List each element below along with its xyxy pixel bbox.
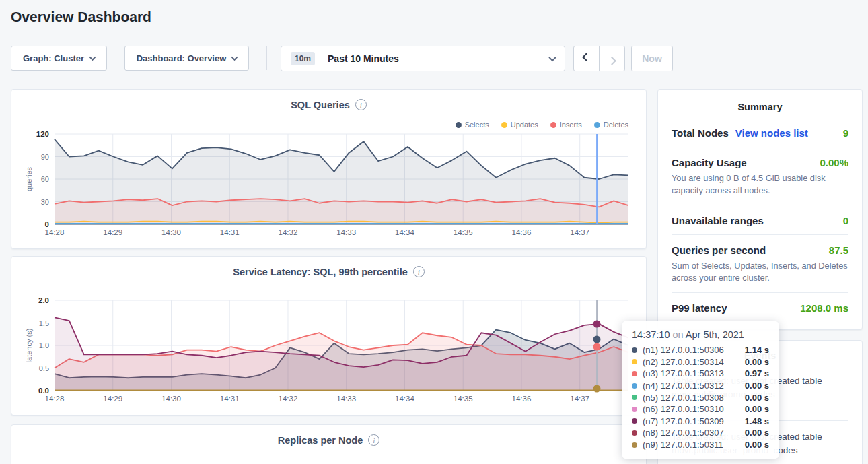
tooltip-node-address: (n6) 127.0.0.1:50310 [643, 404, 739, 414]
summary-row: Queries per second87.5 [672, 244, 848, 256]
legend-item-inserts[interactable]: Inserts [550, 121, 582, 129]
chart-plot-area[interactable]: 0306090120queries14:2814:2914:3014:3114:… [55, 134, 628, 225]
y-axis-tick: 0.5 [39, 364, 49, 372]
tooltip-node-value: 1.48 s [745, 416, 769, 426]
tooltip-node-row: (n9) 127.0.0.1:503110.00 s [632, 439, 769, 451]
summary-panel: Summary Total NodesView nodes list9Capac… [657, 89, 863, 330]
toolbar-divider [266, 46, 267, 70]
graph-selector-label: Graph: Cluster [23, 53, 84, 63]
tooltip-node-address: (n1) 127.0.0.1:50306 [643, 345, 739, 355]
chart-canvas[interactable] [55, 300, 628, 391]
series-color-dot [632, 418, 637, 424]
tooltip-node-address: (n4) 127.0.0.1:50312 [643, 380, 739, 391]
x-axis-tick: 14:30 [161, 228, 181, 236]
tooltip-node-address: (n8) 127.0.0.1:50307 [643, 428, 739, 438]
x-axis-tick: 14:29 [103, 395, 122, 403]
info-icon[interactable]: i [368, 434, 379, 446]
x-axis-tick: 14:32 [279, 228, 298, 236]
dashboard-selector-label: Dashboard: Overview [137, 53, 227, 63]
chart-title: Replicas per Node [278, 435, 363, 446]
crosshair-value-dot [593, 335, 601, 343]
summary-row-description: You are using 0 B of 4.5 GiB usable disk… [672, 172, 848, 197]
summary-row: Total NodesView nodes list9 [672, 127, 848, 139]
chevron-down-icon [231, 54, 238, 61]
x-axis-tick: 14:33 [336, 395, 356, 403]
tooltip-node-value: 1.14 s [745, 345, 769, 355]
series-color-dot [632, 407, 637, 412]
summary-row-value: 0 [843, 215, 848, 226]
tooltip-node-address: (n2) 127.0.0.1:50314 [643, 357, 739, 367]
replicas-per-node-chart-card: Replicas per Node i [11, 424, 647, 464]
y-axis-tick: 0 [45, 220, 49, 228]
x-axis-tick: 14:28 [45, 228, 65, 236]
legend-label: Selects [465, 121, 489, 129]
y-axis-label: queries [25, 167, 33, 191]
tooltip-node-value: 0.00 s [745, 380, 769, 391]
tooltip-node-row: (n7) 127.0.0.1:503091.48 s [632, 416, 769, 428]
x-axis-tick: 14:34 [395, 228, 414, 236]
tooltip-node-address: (n5) 127.0.0.1:50308 [643, 393, 739, 403]
tooltip-node-row: (n6) 127.0.0.1:503100.00 s [632, 403, 769, 416]
x-axis-tick: 14:33 [336, 228, 356, 236]
graph-selector-dropdown[interactable]: Graph: Cluster [11, 46, 107, 71]
chart-canvas[interactable] [55, 134, 628, 224]
time-shift-prev-button[interactable] [573, 46, 600, 71]
y-axis-tick: 2.0 [38, 296, 49, 304]
tooltip-node-row: (n1) 127.0.0.1:503061.14 s [632, 344, 769, 356]
tooltip-node-row: (n4) 127.0.0.1:503120.00 s [632, 380, 769, 392]
time-range-dropdown[interactable]: 10m Past 10 Minutes [281, 46, 565, 71]
tooltip-node-value: 0.00 s [745, 440, 769, 450]
crosshair-value-dot [593, 320, 601, 327]
summary-rows: Total NodesView nodes list9Capacity Usag… [658, 118, 862, 322]
now-button[interactable]: Now [631, 46, 673, 71]
y-axis-tick: 30 [41, 198, 49, 206]
series-color-dot [632, 395, 637, 400]
legend-label: Deletes [604, 121, 628, 129]
chart-plot-area[interactable]: 0.00.51.01.52.0latency (s)14:2814:2914:3… [55, 300, 628, 391]
sql-queries-chart-card: SQL Queries i SelectsUpdatesInsertsDelet… [11, 89, 647, 249]
info-icon[interactable]: i [355, 99, 367, 110]
x-axis-tick: 14:31 [220, 395, 240, 403]
x-axis-tick: 14:35 [454, 228, 473, 236]
legend-item-updates[interactable]: Updates [501, 121, 538, 129]
service-latency-chart-card: Service Latency: SQL, 99th percentile i … [11, 256, 647, 416]
chart-title: SQL Queries [291, 100, 350, 110]
summary-row-label: Total Nodes [672, 127, 729, 139]
legend-color-dot [456, 122, 462, 128]
info-icon[interactable]: i [413, 266, 425, 277]
summary-row: Unavailable ranges0 [672, 215, 848, 226]
dashboard-selector-dropdown[interactable]: Dashboard: Overview [124, 46, 249, 71]
legend-item-deletes[interactable]: Deletes [594, 121, 628, 129]
chevron-down-icon [548, 54, 556, 61]
chevron-left-icon [582, 53, 591, 61]
tooltip-node-address: (n7) 127.0.0.1:50309 [643, 416, 739, 426]
summary-section: Queries per second87.5Sum of Selects, Up… [672, 235, 848, 293]
summary-row-label: Capacity Usage [672, 157, 747, 168]
tooltip-node-row: (n8) 127.0.0.1:503070.00 s [632, 427, 769, 439]
chart-hover-tooltip: 14:37:10 on Apr 5th, 2021 (n1) 127.0.0.1… [622, 321, 779, 459]
legend-item-selects[interactable]: Selects [456, 121, 489, 129]
legend-color-dot [594, 122, 600, 128]
tooltip-node-row: (n5) 127.0.0.1:503080.00 s [632, 391, 769, 403]
series-color-dot [632, 383, 637, 389]
series-color-dot [632, 359, 637, 364]
time-range-label: Past 10 Minutes [328, 53, 399, 64]
summary-row: Capacity Usage0.00% [672, 157, 848, 168]
summary-section: Capacity Usage0.00%You are using 0 B of … [672, 147, 848, 205]
summary-row-label: Queries per second [672, 244, 766, 256]
y-axis-tick: 120 [36, 130, 49, 138]
x-axis-tick: 14:35 [454, 395, 473, 403]
tooltip-node-value: 0.97 s [745, 368, 769, 378]
tooltip-node-value: 0.00 s [745, 428, 769, 438]
x-axis-tick: 14:32 [279, 395, 298, 403]
view-nodes-list-link[interactable]: View nodes list [735, 127, 808, 139]
x-axis-tick: 14:29 [103, 228, 122, 236]
series-color-dot [632, 371, 637, 376]
tooltip-node-value: 0.00 s [745, 404, 769, 414]
series-color-dot [632, 430, 637, 436]
summary-row-value: 0.00% [820, 157, 848, 168]
y-axis-tick: 1.0 [39, 341, 49, 350]
tooltip-node-value: 0.00 s [745, 393, 769, 403]
time-shift-next-button[interactable] [599, 46, 625, 71]
legend-label: Updates [511, 121, 538, 129]
